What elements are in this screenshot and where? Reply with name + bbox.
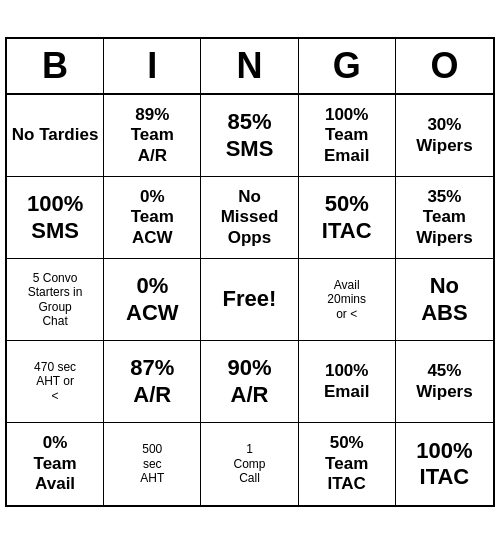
cell-text-20: 0% Team Avail xyxy=(34,433,77,494)
cell-text-21: 500 sec AHT xyxy=(140,442,164,485)
cell-text-5: 100% SMS xyxy=(27,191,83,244)
cell-text-11: 0% ACW xyxy=(126,273,179,326)
header-letter-o: O xyxy=(396,39,493,93)
cell-8: 50% ITAC xyxy=(299,177,396,259)
cell-20: 0% Team Avail xyxy=(7,423,104,505)
cell-text-12: Free! xyxy=(223,286,277,312)
cell-text-13: Avail 20mins or < xyxy=(327,278,366,321)
cell-11: 0% ACW xyxy=(104,259,201,341)
cell-17: 90% A/R xyxy=(201,341,298,423)
cell-24: 100% ITAC xyxy=(396,423,493,505)
cell-19: 45% Wipers xyxy=(396,341,493,423)
header-letter-b: B xyxy=(7,39,104,93)
cell-2: 85% SMS xyxy=(201,95,298,177)
cell-10: 5 Convo Starters in Group Chat xyxy=(7,259,104,341)
cell-16: 87% A/R xyxy=(104,341,201,423)
header-letter-g: G xyxy=(299,39,396,93)
cell-text-22: 1 Comp Call xyxy=(233,442,265,485)
header-letter-n: N xyxy=(201,39,298,93)
cell-18: 100% Email xyxy=(299,341,396,423)
cell-text-15: 470 sec AHT or < xyxy=(34,360,76,403)
cell-text-1: 89% Team A/R xyxy=(131,105,174,166)
cell-text-24: 100% ITAC xyxy=(416,438,472,491)
cell-text-6: 0% Team ACW xyxy=(131,187,174,248)
cell-0: No Tardies xyxy=(7,95,104,177)
cell-text-3: 100% Team Email xyxy=(324,105,369,166)
cell-23: 50% Team ITAC xyxy=(299,423,396,505)
cell-7: No Missed Opps xyxy=(201,177,298,259)
cell-text-2: 85% SMS xyxy=(226,109,274,162)
cell-12: Free! xyxy=(201,259,298,341)
cell-text-17: 90% A/R xyxy=(227,355,271,408)
cell-text-19: 45% Wipers xyxy=(416,361,473,402)
cell-text-23: 50% Team ITAC xyxy=(325,433,368,494)
cell-1: 89% Team A/R xyxy=(104,95,201,177)
cell-text-14: No ABS xyxy=(421,273,467,326)
cell-22: 1 Comp Call xyxy=(201,423,298,505)
cell-9: 35% Team Wipers xyxy=(396,177,493,259)
cell-4: 30% Wipers xyxy=(396,95,493,177)
cell-text-4: 30% Wipers xyxy=(416,115,473,156)
bingo-card: BINGO No Tardies89% Team A/R85% SMS100% … xyxy=(5,37,495,507)
bingo-grid: No Tardies89% Team A/R85% SMS100% Team E… xyxy=(7,95,493,505)
cell-14: No ABS xyxy=(396,259,493,341)
cell-6: 0% Team ACW xyxy=(104,177,201,259)
cell-text-9: 35% Team Wipers xyxy=(416,187,473,248)
cell-text-16: 87% A/R xyxy=(130,355,174,408)
cell-text-7: No Missed Opps xyxy=(221,187,279,248)
cell-text-10: 5 Convo Starters in Group Chat xyxy=(28,271,83,329)
cell-13: Avail 20mins or < xyxy=(299,259,396,341)
cell-3: 100% Team Email xyxy=(299,95,396,177)
cell-5: 100% SMS xyxy=(7,177,104,259)
cell-15: 470 sec AHT or < xyxy=(7,341,104,423)
bingo-header: BINGO xyxy=(7,39,493,95)
header-letter-i: I xyxy=(104,39,201,93)
cell-text-18: 100% Email xyxy=(324,361,369,402)
cell-21: 500 sec AHT xyxy=(104,423,201,505)
cell-text-8: 50% ITAC xyxy=(322,191,372,244)
cell-text-0: No Tardies xyxy=(12,125,99,145)
